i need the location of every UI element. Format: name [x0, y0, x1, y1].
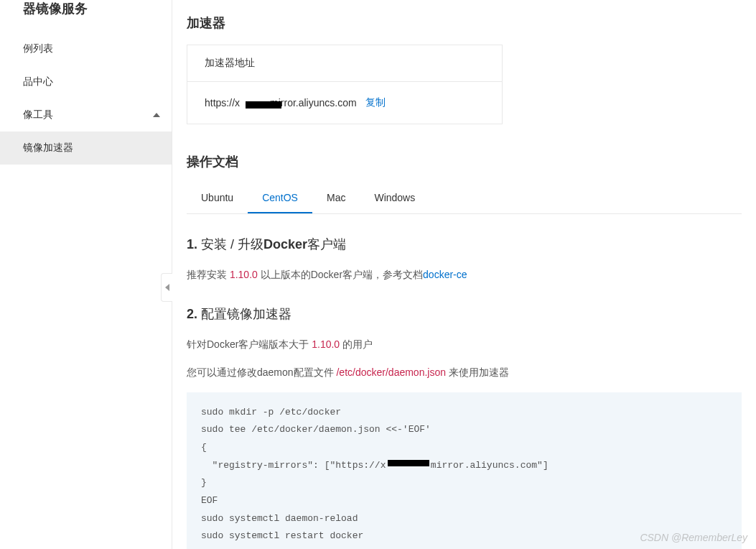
- step1-heading: 1. 安装 / 升级Docker客户端: [187, 236, 742, 253]
- chevron-up-icon: [153, 113, 160, 117]
- step2-line1: 针对Docker客户端版本大于 1.10.0 的用户: [187, 336, 742, 354]
- tab-windows[interactable]: Windows: [360, 183, 429, 213]
- step2-line2: 您可以通过修改daemon配置文件 /etc/docker/daemon.jso…: [187, 364, 742, 382]
- os-tabs: Ubuntu CentOS Mac Windows: [187, 183, 742, 214]
- sidebar-item-label: 镜像加速器: [23, 142, 73, 154]
- watermark: CSDN @RememberLey: [640, 532, 747, 543]
- sidebar-collapse-handle[interactable]: [161, 273, 172, 302]
- copy-link[interactable]: 复制: [365, 96, 386, 109]
- address-label: 加速器地址: [187, 45, 502, 82]
- step2-heading: 2. 配置镜像加速器: [187, 305, 742, 323]
- tab-mac[interactable]: Mac: [312, 183, 360, 213]
- sidebar: 器镜像服务 例列表 品中心 像工具 镜像加速器: [0, 0, 172, 549]
- sidebar-item-label: 像工具: [23, 109, 53, 121]
- sidebar-item-label: 例列表: [23, 42, 53, 55]
- docker-ce-link[interactable]: docker-ce: [423, 269, 467, 280]
- step2-section: 2. 配置镜像加速器 针对Docker客户端版本大于 1.10.0 的用户 您可…: [187, 305, 742, 549]
- tab-centos[interactable]: CentOS: [248, 183, 312, 213]
- sidebar-item-instances[interactable]: 例列表: [0, 32, 172, 65]
- sidebar-item-products[interactable]: 品中心: [0, 65, 172, 98]
- step1-text: 推荐安装 1.10.0 以上版本的Docker客户端，参考文档docker-ce: [187, 266, 742, 284]
- accelerator-address-box: 加速器地址 https://xxxxxxxmirror.aliyuncs.com…: [187, 45, 503, 124]
- tab-ubuntu[interactable]: Ubuntu: [187, 183, 248, 213]
- sidebar-title: 器镜像服务: [0, 0, 172, 32]
- main-content: 加速器 加速器地址 https://xxxxxxxmirror.aliyuncs…: [172, 0, 756, 549]
- step1-section: 1. 安装 / 升级Docker客户端 推荐安装 1.10.0 以上版本的Doc…: [187, 236, 742, 284]
- accelerator-title: 加速器: [187, 14, 742, 32]
- docs-title: 操作文档: [187, 153, 742, 170]
- redacted-segment: [388, 460, 429, 466]
- sidebar-item-tools[interactable]: 像工具: [0, 98, 172, 132]
- accelerator-url: https://xxxxxxxmirror.aliyuncs.com: [205, 97, 357, 109]
- version-text: 1.10.0: [230, 269, 258, 280]
- sidebar-item-label: 品中心: [23, 75, 53, 88]
- redacted-segment: [246, 101, 281, 109]
- code-block: sudo mkdir -p /etc/docker sudo tee /etc/…: [187, 392, 742, 549]
- sidebar-item-mirror-accelerator[interactable]: 镜像加速器: [0, 132, 172, 165]
